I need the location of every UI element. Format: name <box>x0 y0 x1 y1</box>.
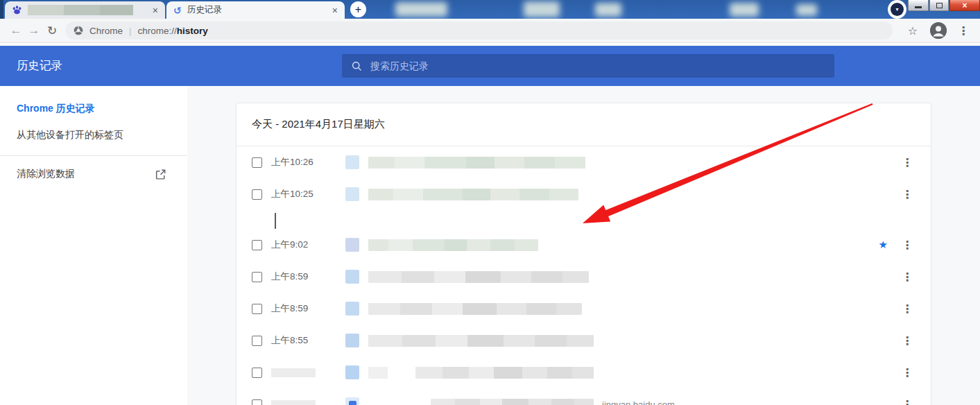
history-card: 今天 - 2021年4月17日星期六 上午10:26 ⋮ 上午10:25 ⋮ <box>236 103 931 405</box>
row-checkbox[interactable] <box>252 157 262 168</box>
text-cursor-artifact <box>275 213 276 229</box>
history-row: 上午10:25 ⋮ <box>237 178 931 210</box>
blurred-title-link[interactable] <box>415 367 594 379</box>
history-row: 上午8:59 ⋮ <box>237 261 931 293</box>
frame-blur-artifact <box>796 4 817 16</box>
tab-overview-button[interactable]: ▾ <box>888 0 906 19</box>
blurred-title-link[interactable] <box>431 399 594 405</box>
row-checkbox[interactable] <box>252 304 262 314</box>
blurred-title-link[interactable] <box>368 157 585 169</box>
browser-toolbar: ← → ↻ Chrome | chrome://history ☆ ⋮ <box>0 19 980 43</box>
history-tab-icon: ↺ <box>173 5 182 16</box>
url-host: history <box>177 26 208 36</box>
tab-title: 历史记录 <box>187 4 222 16</box>
caret-down-icon: ▾ <box>895 6 898 12</box>
history-page-header: 历史记录 <box>0 46 980 86</box>
browser-menu-icon[interactable]: ⋮ <box>958 24 969 37</box>
more-menu-icon[interactable]: ⋮ <box>902 156 913 169</box>
more-menu-icon[interactable]: ⋮ <box>902 302 913 316</box>
more-menu-icon[interactable]: ⋮ <box>902 334 913 347</box>
reload-icon[interactable]: ↻ <box>43 24 61 38</box>
more-menu-icon[interactable]: ⋮ <box>902 366 913 379</box>
row-time <box>271 400 345 405</box>
sidebar: Chrome 历史记录 从其他设备打开的标签页 清除浏览数据 <box>0 86 187 405</box>
blurred-title-link[interactable] <box>368 303 582 315</box>
forward-icon[interactable]: → <box>25 24 43 37</box>
tab-baidu[interactable]: × <box>5 1 165 19</box>
baidu-paw-icon <box>12 5 22 15</box>
chrome-logo-icon <box>74 26 83 35</box>
close-window-button[interactable]: × <box>949 0 980 11</box>
bookmark-star-icon[interactable]: ☆ <box>908 24 918 37</box>
blurred-title-link[interactable] <box>368 271 589 283</box>
blurred-time <box>271 400 316 405</box>
blurred-title-link[interactable] <box>368 335 594 347</box>
close-icon: × <box>962 1 967 10</box>
tab-close-icon[interactable]: × <box>332 6 338 15</box>
row-gap <box>237 210 931 229</box>
row-time: 上午8:59 <box>271 270 345 283</box>
blurred-title-link[interactable] <box>368 189 578 200</box>
favicon <box>345 187 359 201</box>
row-checkbox[interactable] <box>252 272 262 282</box>
frame-blur-artifact <box>395 2 447 17</box>
tab-strip: × ↺ 历史记录 × + ▾ × <box>0 0 980 19</box>
tab-close-icon[interactable]: × <box>153 6 158 15</box>
history-row: ⋮ <box>237 356 931 388</box>
row-time: 上午10:26 <box>271 156 345 169</box>
row-checkbox[interactable] <box>252 368 262 378</box>
row-time: 上午8:55 <box>271 334 345 347</box>
omnibox-separator: | <box>129 26 132 36</box>
tab-history[interactable]: ↺ 历史记录 × <box>166 1 345 19</box>
maximize-button[interactable] <box>929 0 949 11</box>
search-input[interactable] <box>370 60 786 71</box>
more-menu-icon[interactable]: ⋮ <box>902 239 913 252</box>
new-tab-button[interactable]: + <box>350 1 366 17</box>
row-domain: jingyan.baidu.com <box>602 399 675 405</box>
row-checkbox[interactable] <box>252 399 262 405</box>
window-controls: × <box>908 0 980 11</box>
favicon <box>345 365 359 379</box>
address-bar[interactable]: Chrome | chrome://history <box>65 21 893 40</box>
frame-blur-artifact <box>730 3 759 17</box>
clear-browsing-data-label: 清除浏览数据 <box>17 168 75 180</box>
row-time: 上午10:25 <box>271 188 345 200</box>
site-label: Chrome <box>89 26 123 36</box>
sidebar-item-chrome-history[interactable]: Chrome 历史记录 <box>0 96 187 122</box>
bookmarked-star-icon: ★ <box>879 239 888 251</box>
sidebar-item-clear-browsing-data[interactable]: 清除浏览数据 <box>0 156 187 192</box>
history-content-area: 今天 - 2021年4月17日星期六 上午10:26 ⋮ 上午10:25 ⋮ <box>187 86 980 405</box>
history-row: 上午10:26 ⋮ <box>237 146 931 178</box>
blurred-title-link[interactable] <box>368 239 538 251</box>
favicon <box>345 334 359 347</box>
history-row: 上午9:02 ★ ⋮ <box>237 229 931 261</box>
history-row: 上午8:59 ⋮ <box>237 293 931 325</box>
row-time: 上午8:59 <box>271 302 345 315</box>
avatar[interactable] <box>930 22 947 39</box>
favicon <box>345 155 359 169</box>
more-menu-icon[interactable]: ⋮ <box>902 398 913 405</box>
back-icon[interactable]: ← <box>7 24 25 37</box>
page-title: 历史记录 <box>0 58 62 74</box>
history-row: 上午8:55 ⋮ <box>237 325 931 356</box>
date-header: 今天 - 2021年4月17日星期六 <box>237 103 931 146</box>
frame-blur-artifact <box>524 1 560 17</box>
jingyan-favicon-glyph <box>349 401 356 405</box>
more-menu-icon[interactable]: ⋮ <box>902 270 913 284</box>
blurred-title-link <box>368 367 388 379</box>
history-row: jingyan.baidu.com ⋮ <box>237 388 931 405</box>
blurred-time <box>271 368 316 377</box>
favicon <box>345 397 359 405</box>
more-menu-icon[interactable]: ⋮ <box>902 188 913 201</box>
minimize-button[interactable] <box>908 0 929 11</box>
row-checkbox[interactable] <box>252 240 262 250</box>
row-checkbox[interactable] <box>252 336 262 346</box>
row-checkbox[interactable] <box>252 189 262 200</box>
favicon <box>345 270 359 284</box>
history-search-box[interactable] <box>342 54 834 78</box>
search-icon <box>352 61 362 71</box>
url-scheme: chrome:// <box>138 26 177 36</box>
open-in-new-icon <box>155 169 166 180</box>
row-time: 上午9:02 <box>271 239 345 251</box>
sidebar-item-tabs-from-other-devices[interactable]: 从其他设备打开的标签页 <box>0 122 187 148</box>
